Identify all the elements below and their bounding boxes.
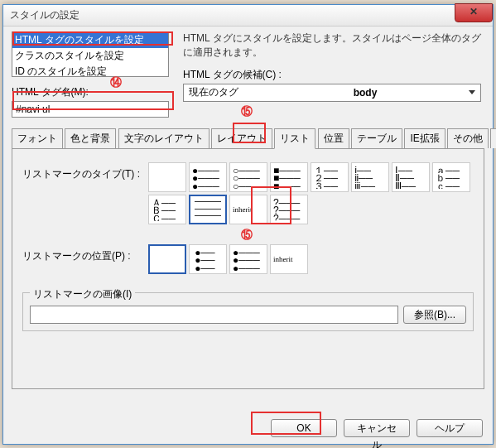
tab-list[interactable]: リスト [274, 128, 315, 149]
list-pos-opt-inherit[interactable]: inherit [270, 244, 308, 274]
list-type-opt-inherit[interactable]: inherit [229, 195, 267, 224]
list-pos-opt-inside[interactable]: ●── ●── ●── [189, 244, 227, 274]
tab-font[interactable]: フォント [12, 128, 63, 148]
list-tab-panel: リストマークのタイプ(T) : ●───●───●─── ○───○───○──… [12, 149, 484, 389]
list-mark-image-label: リストマークの画像(I) [30, 287, 135, 301]
description-text: HTML タグにスタイルを設定します。スタイルはページ全体のタグに適用されます。 [183, 31, 484, 60]
list-type-opt-upper-roman[interactable]: Ⅰ──Ⅱ──Ⅲ── [392, 162, 430, 192]
dropdown-value: body [255, 87, 475, 99]
style-target-item-html-tag[interactable]: HTML タグのスタイルを設定 [12, 32, 168, 48]
tab-ie-ext[interactable]: IE拡張 [404, 128, 445, 148]
dropdown-prefix: 現在のタグ [189, 85, 255, 99]
tag-candidates-label: HTML タグの候補(C) : [183, 68, 484, 82]
style-target-listbox[interactable]: HTML タグのスタイルを設定 クラスのスタイルを設定 ID のスタイルを設定 [12, 31, 169, 77]
list-type-opt-square[interactable]: ■───■───■─── [270, 162, 308, 192]
dialog-title: スタイルの設定 [10, 8, 79, 22]
tab-strip: フォント 色と背景 文字のレイアウト レイアウト リスト 位置 テーブル IE拡… [12, 128, 484, 149]
list-mark-type-label: リストマークのタイプ(T) : [22, 161, 147, 226]
list-type-opt-upper-alpha[interactable]: Ａ──Ｂ──Ｃ── [148, 195, 186, 224]
style-target-item-id[interactable]: ID のスタイルを設定 [12, 64, 168, 79]
list-type-opt-lines[interactable] [189, 195, 227, 224]
list-pos-opt-outside[interactable]: ●───●───●─── [229, 244, 267, 274]
list-pos-opt-none[interactable] [148, 244, 186, 274]
cancel-button[interactable]: キャンセル [344, 419, 410, 437]
tab-layout[interactable]: レイアウト [211, 128, 272, 148]
tab-text-layout[interactable]: 文字のレイアウト [118, 128, 209, 148]
list-type-opt-circle[interactable]: ○───○───○─── [229, 162, 267, 192]
style-target-item-class[interactable]: クラスのスタイルを設定 [12, 48, 168, 64]
browse-button[interactable]: 参照(B)... [403, 306, 466, 324]
tag-name-label: HTML タグ名(M): [12, 85, 173, 99]
list-type-opt-none[interactable] [148, 162, 186, 192]
list-type-opt-lower-roman[interactable]: ⅰ──ⅱ──ⅲ── [351, 162, 389, 192]
list-mark-position-label: リストマークの位置(P) : [22, 243, 147, 276]
chevron-down-icon [469, 90, 475, 94]
tag-name-input[interactable] [12, 101, 169, 118]
dialog-button-row: OK キャンセル ヘルプ [271, 419, 483, 437]
close-icon: ✕ [470, 6, 478, 17]
tab-color-bg[interactable]: 色と背景 [65, 128, 116, 148]
list-type-opt-decimal[interactable]: １──２──３── [311, 162, 349, 192]
list-mark-type-grid: ●───●───●─── ○───○───○─── ■───■───■─── １… [147, 161, 474, 226]
list-type-opt-disc[interactable]: ●───●───●─── [189, 162, 227, 192]
list-type-opt-unknown[interactable]: ?───?───?─── [270, 195, 308, 224]
tag-candidates-dropdown[interactable]: 現在のタグ body [183, 84, 481, 102]
style-settings-dialog: スタイルの設定 ✕ HTML タグのスタイルを設定 クラスのスタイルを設定 ID… [2, 4, 494, 445]
tab-table[interactable]: テーブル [351, 128, 402, 148]
tab-position[interactable]: 位置 [318, 128, 349, 148]
list-type-opt-lower-alpha[interactable]: ａ──ｂ──ｃ── [432, 162, 470, 192]
close-button[interactable]: ✕ [455, 3, 493, 22]
list-mark-image-input[interactable] [30, 306, 398, 324]
ok-button[interactable]: OK [271, 419, 337, 437]
tab-help[interactable]: 説明 [490, 128, 496, 148]
tab-other[interactable]: その他 [447, 128, 489, 148]
titlebar[interactable]: スタイルの設定 ✕ [3, 5, 493, 26]
list-mark-image-fieldset: リストマークの画像(I) 参照(B)... [22, 292, 474, 331]
help-button[interactable]: ヘルプ [417, 419, 483, 437]
list-mark-position-grid: ●── ●── ●── ●───●───●─── inherit [147, 243, 474, 276]
